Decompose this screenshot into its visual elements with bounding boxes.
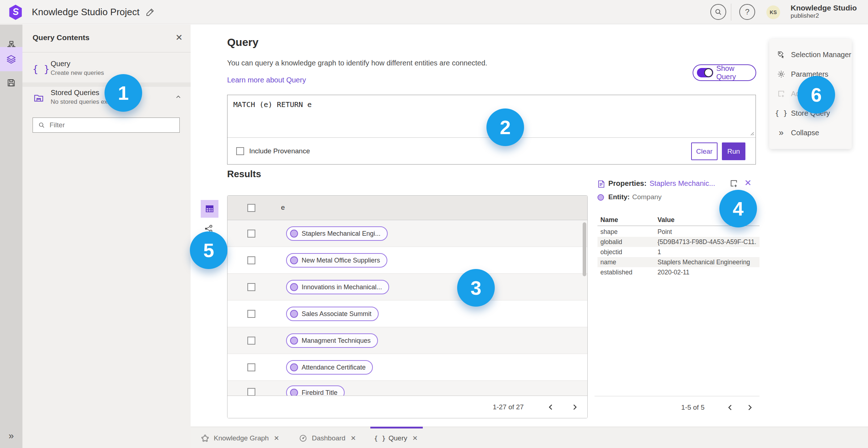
property-row: globalid {5D9B4713-F98D-4A53-A59F-C11... [597, 237, 760, 247]
user-menu[interactable]: Knowledge Studio publisher2 [791, 4, 857, 20]
entity-pill[interactable]: Staplers Mechanical Engi... [286, 226, 388, 241]
select-all-checkbox[interactable] [247, 204, 255, 212]
menu-item-collapse[interactable]: » Collapse [769, 123, 852, 142]
include-provenance-checkbox[interactable] [236, 147, 244, 155]
table-row: Managment Techniques [227, 327, 587, 354]
tab-dashboard[interactable]: Dashboard ✕ [294, 427, 361, 448]
page-next-icon[interactable] [570, 402, 579, 412]
edit-title-icon[interactable] [145, 7, 155, 17]
table-row: Staplers Mechanical Engi... [227, 220, 587, 247]
query-item-subtitle: Create new queries [51, 69, 104, 77]
clear-button[interactable]: Clear [691, 142, 718, 160]
table-scrollbar[interactable] [583, 222, 586, 276]
pagination-range: 1-27 of 27 [493, 403, 524, 411]
save-icon [7, 78, 16, 88]
entity-swatch-icon [290, 389, 298, 396]
properties-label: Properties: [608, 179, 647, 188]
layers-icon [6, 54, 16, 64]
row-checkbox[interactable] [247, 337, 255, 345]
page-previous-icon[interactable] [726, 403, 735, 412]
close-panel-icon[interactable]: ✕ [175, 33, 183, 43]
close-tab-icon[interactable]: ✕ [274, 434, 279, 442]
row-checkbox[interactable] [247, 283, 255, 291]
entity-pill[interactable]: Firebird Title [286, 385, 345, 396]
close-tab-icon[interactable]: ✕ [350, 434, 356, 442]
results-table: e Staplers Mechanical Engi... New Metal … [227, 195, 588, 418]
table-view-button[interactable] [201, 200, 218, 218]
table-row: Sales Associate Summit [227, 300, 587, 327]
show-query-label: Show Query [716, 64, 756, 81]
results-heading: Results [227, 168, 261, 180]
close-properties-icon[interactable]: ✕ [744, 178, 752, 188]
question-icon: ? [745, 7, 749, 17]
learn-more-link[interactable]: Learn more about Query [227, 76, 306, 84]
row-checkbox[interactable] [247, 363, 255, 371]
editor-actions: Include Provenance Clear Run [227, 138, 756, 164]
table-row: Attendance Certificate [227, 354, 587, 381]
close-tab-icon[interactable]: ✕ [412, 434, 418, 442]
filter-field [33, 118, 180, 133]
add-to-selection-icon[interactable] [729, 179, 739, 188]
properties-doc-icon [597, 179, 605, 189]
properties-entity-link[interactable]: Staplers Mechanic... [650, 179, 715, 188]
annotation-circle-3: 3 [457, 269, 495, 307]
user-role: publisher2 [791, 12, 857, 20]
add-icon [776, 89, 786, 98]
query-item-title: Query [51, 60, 70, 68]
entity-pill[interactable]: Sales Associate Summit [286, 307, 379, 321]
entity-swatch-icon [290, 363, 298, 371]
entity-pill[interactable]: Managment Techniques [286, 333, 378, 348]
show-query-toggle[interactable]: Show Query [693, 64, 756, 81]
entity-swatch-icon [290, 310, 298, 318]
menu-item-selection-manager[interactable]: Selection Manager [769, 45, 852, 64]
property-row: shape Point [597, 227, 760, 237]
braces-icon: { } [776, 108, 786, 118]
row-checkbox[interactable] [247, 310, 255, 318]
entity-pill[interactable]: Innovations in Mechanical... [286, 280, 389, 294]
braces-icon: { } [33, 61, 46, 77]
double-chevron-right-icon: » [9, 430, 14, 441]
table-icon [205, 204, 214, 214]
stored-queries-title: Stored Queries [51, 89, 99, 97]
panel-header: Query Contents ✕ [22, 25, 191, 52]
annotation-circle-1: 1 [105, 74, 142, 112]
query-description: You can query a knowledge graph to ident… [227, 59, 487, 67]
filter-input[interactable] [50, 121, 169, 129]
help-button[interactable]: ? [739, 4, 755, 20]
row-checkbox[interactable] [247, 388, 255, 396]
entity-pill[interactable]: Attendance Certificate [286, 360, 373, 375]
search-button[interactable] [710, 4, 726, 20]
entity-swatch-icon [290, 256, 298, 264]
entity-pill[interactable]: New Metal Office Suppliers [286, 253, 387, 268]
page-previous-icon[interactable] [546, 402, 556, 412]
knowledge-graph-icon [201, 434, 209, 443]
row-checkbox[interactable] [247, 230, 255, 238]
gear-icon [776, 69, 786, 79]
resize-handle-icon[interactable] [749, 131, 754, 136]
run-button[interactable]: Run [722, 142, 745, 160]
tab-label: Knowledge Graph [214, 434, 269, 442]
tab-label: Query [388, 434, 407, 442]
query-item[interactable]: { } Query Create new queries [22, 58, 191, 82]
rail-save-button[interactable] [0, 73, 22, 93]
selection-manager-icon [776, 50, 786, 59]
panel-title: Query Contents [33, 33, 90, 42]
prop-header-name: Name [600, 216, 618, 224]
left-rail: » [0, 25, 22, 448]
stored-queries-subtitle: No stored queries exist [51, 98, 114, 106]
top-bar: Knowledge Studio Project ? KS Knowledge … [0, 0, 868, 24]
page-next-icon[interactable] [745, 403, 754, 412]
chevron-up-icon[interactable] [175, 93, 182, 101]
expand-rail-button[interactable]: » [0, 430, 22, 441]
avatar[interactable]: KS [766, 5, 780, 19]
include-provenance-label: Include Provenance [249, 147, 310, 155]
property-row: established 2020-02-11 [597, 267, 760, 277]
tab-knowledge-graph[interactable]: Knowledge Graph ✕ [196, 427, 284, 448]
rail-contents-button[interactable] [0, 47, 22, 71]
tab-query[interactable]: { } Query ✕ [370, 427, 423, 448]
entity-swatch-icon [290, 283, 298, 291]
user-name: Knowledge Studio [791, 4, 857, 12]
property-row: objectid 1 [597, 247, 760, 257]
toggle-track [697, 68, 713, 77]
row-checkbox[interactable] [247, 256, 255, 264]
